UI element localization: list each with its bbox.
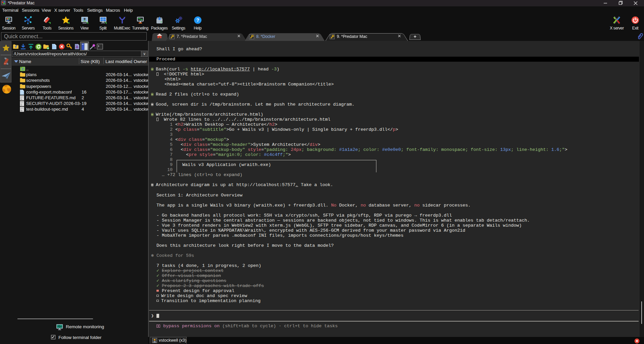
svg-text:A: A [76,45,79,49]
svg-text:?: ? [196,17,199,23]
